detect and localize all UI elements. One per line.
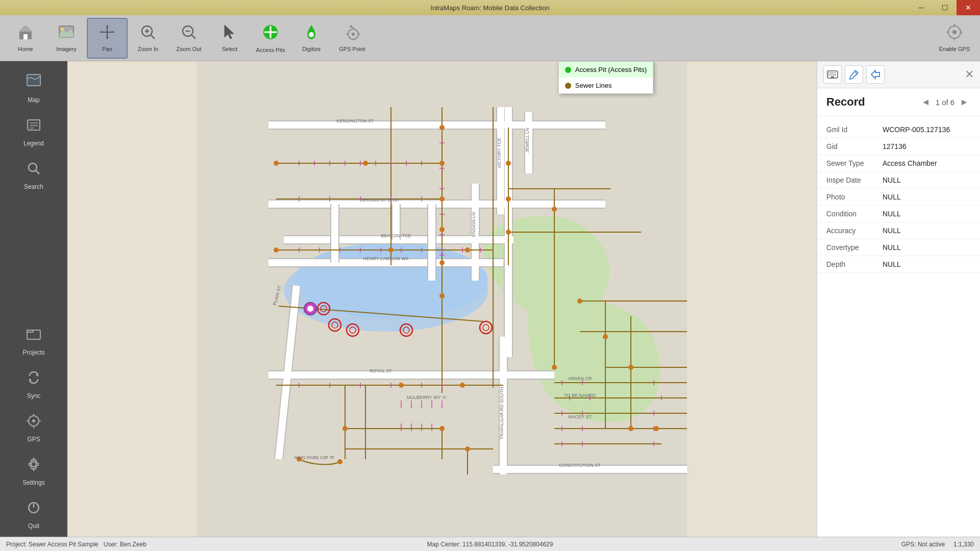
navigate-button[interactable] bbox=[866, 65, 885, 84]
enable-gps-button[interactable]: Enable GPS bbox=[934, 18, 975, 59]
digitize-button[interactable]: Digitize bbox=[291, 18, 332, 59]
svg-text:ROYAL ST: ROYAL ST bbox=[370, 368, 392, 373]
condition-label: Condition bbox=[826, 210, 883, 218]
field-depth: Depth NULL bbox=[817, 256, 980, 273]
svg-text:HENRY LAWSON WK: HENRY LAWSON WK bbox=[363, 256, 408, 261]
pan-icon bbox=[99, 24, 115, 44]
select-button[interactable]: Select bbox=[209, 18, 250, 59]
status-project: Project: Sewer Access Pit Sample User: B… bbox=[6, 541, 329, 548]
restore-button[interactable]: ☐ bbox=[933, 0, 957, 15]
minimize-button[interactable]: ─ bbox=[910, 0, 933, 15]
sidebar-item-sync[interactable]: Sync bbox=[0, 363, 67, 407]
layer-access-pit-label: Access Pit (Access Pits) bbox=[575, 66, 647, 73]
sidebar-item-map[interactable]: Map bbox=[0, 66, 67, 111]
map-svg: KENSINGTON ST BROWN ST EAST BEACON-TCE H… bbox=[67, 61, 817, 537]
sewer-lines-indicator bbox=[565, 83, 571, 89]
sidebar-item-quit[interactable]: Quit bbox=[0, 493, 67, 537]
svg-rect-243 bbox=[830, 74, 831, 76]
covertype-label: Covertype bbox=[826, 243, 883, 252]
app-title: IntraMaps Roam: Mobile Data Collection bbox=[430, 4, 549, 12]
gps-point-button[interactable]: GPS Point bbox=[332, 18, 373, 59]
edit-icon bbox=[848, 69, 860, 80]
map-area[interactable]: KENSINGTON ST BROWN ST EAST BEACON-TCE H… bbox=[67, 61, 817, 537]
svg-point-181 bbox=[506, 161, 511, 166]
svg-text:TRAFALGAR RD SOUTH: TRAFALGAR RD SOUTH bbox=[499, 387, 504, 439]
svg-text:JEWELL LN: JEWELL LN bbox=[525, 128, 530, 153]
record-header: Record ◄ 1 of 6 ► bbox=[817, 88, 980, 116]
panel-close-button[interactable]: ✕ bbox=[965, 68, 974, 81]
svg-point-180 bbox=[439, 293, 445, 298]
svg-point-187 bbox=[603, 334, 608, 339]
zoom-out-button[interactable]: Zoom Out bbox=[168, 18, 209, 59]
field-covertype: Covertype NULL bbox=[817, 239, 980, 256]
svg-point-184 bbox=[552, 207, 557, 212]
field-sewer-type: Sewer Type Access Chamber bbox=[817, 155, 980, 172]
right-panel-header: ✕ bbox=[817, 61, 980, 88]
access-pits-label: Access Pits bbox=[256, 47, 285, 53]
zoom-in-button[interactable]: Zoom In bbox=[128, 18, 168, 59]
svg-point-182 bbox=[506, 196, 511, 202]
close-button[interactable]: ✕ bbox=[957, 0, 980, 15]
edit-button[interactable] bbox=[845, 65, 863, 84]
svg-rect-238 bbox=[828, 72, 829, 73]
record-prev-button[interactable]: ◄ bbox=[919, 97, 933, 108]
zoom-out-label: Zoom Out bbox=[177, 46, 202, 52]
imagery-button[interactable]: Imagery bbox=[46, 18, 87, 59]
legend-icon bbox=[27, 118, 41, 136]
home-button[interactable]: Home bbox=[5, 18, 46, 59]
svg-marker-1 bbox=[18, 25, 33, 32]
covertype-value: NULL bbox=[883, 243, 901, 252]
sidebar-item-legend[interactable]: Legend bbox=[0, 111, 67, 154]
accuracy-label: Accuracy bbox=[826, 227, 883, 235]
svg-text:TO BE NAMED: TO BE NAMED bbox=[564, 393, 596, 398]
svg-rect-39 bbox=[28, 120, 40, 130]
svg-point-191 bbox=[274, 247, 279, 253]
imagery-label: Imagery bbox=[56, 46, 77, 52]
sidebar: Map Legend Search Projects Sync bbox=[0, 61, 67, 537]
record-fields: Gml Id WCORP-005.127136 Gid 127136 Sewer… bbox=[817, 116, 980, 537]
field-photo: Photo NULL bbox=[817, 189, 980, 206]
access-pits-button[interactable]: Access Pits bbox=[250, 18, 291, 59]
svg-point-30 bbox=[352, 33, 355, 36]
sidebar-item-settings[interactable]: Settings bbox=[0, 450, 67, 493]
svg-point-185 bbox=[552, 365, 557, 370]
record-next-button[interactable]: ► bbox=[958, 97, 971, 108]
svg-point-193 bbox=[465, 247, 470, 253]
select-label: Select bbox=[222, 46, 238, 52]
layer-sewer-lines[interactable]: Sewer Lines bbox=[559, 78, 653, 93]
photo-value: NULL bbox=[883, 193, 901, 201]
keyboard-button[interactable] bbox=[823, 65, 842, 84]
depth-label: Depth bbox=[826, 260, 883, 268]
sewer-type-value: Access Chamber bbox=[883, 159, 937, 167]
svg-point-36 bbox=[952, 30, 957, 34]
svg-rect-240 bbox=[832, 72, 834, 73]
layer-access-pit[interactable]: Access Pit (Access Pits) bbox=[559, 62, 653, 78]
svg-rect-2 bbox=[23, 34, 28, 39]
right-panel: ✕ Record ◄ 1 of 6 ► Gml Id WCORP-005.127… bbox=[817, 61, 980, 537]
svg-point-192 bbox=[388, 247, 394, 253]
gml-id-label: Gml Id bbox=[826, 126, 883, 134]
svg-point-5 bbox=[61, 28, 64, 31]
sidebar-item-gps[interactable]: GPS bbox=[0, 407, 67, 450]
svg-point-24 bbox=[309, 32, 314, 37]
sync-icon bbox=[27, 370, 41, 388]
svg-point-178 bbox=[439, 227, 445, 232]
zoom-in-icon bbox=[140, 24, 156, 44]
pan-button[interactable]: Pan bbox=[87, 18, 128, 59]
sidebar-item-search[interactable]: Search bbox=[0, 154, 67, 197]
svg-point-205 bbox=[439, 426, 445, 431]
svg-point-204 bbox=[342, 426, 348, 431]
svg-point-196 bbox=[628, 426, 633, 431]
zoom-in-label: Zoom In bbox=[138, 46, 158, 52]
sidebar-item-projects[interactable]: Projects bbox=[0, 319, 67, 363]
svg-point-188 bbox=[628, 365, 633, 370]
zoom-out-icon bbox=[181, 24, 197, 44]
field-gml-id: Gml Id WCORP-005.127136 bbox=[817, 121, 980, 138]
svg-text:BEACON-TCE: BEACON-TCE bbox=[381, 233, 411, 238]
svg-point-43 bbox=[29, 163, 37, 171]
gml-id-value: WCORP-005.127136 bbox=[883, 126, 950, 134]
svg-marker-248 bbox=[871, 70, 879, 79]
svg-point-190 bbox=[363, 161, 368, 166]
sidebar-map-label: Map bbox=[28, 96, 39, 104]
svg-point-186 bbox=[577, 298, 582, 304]
